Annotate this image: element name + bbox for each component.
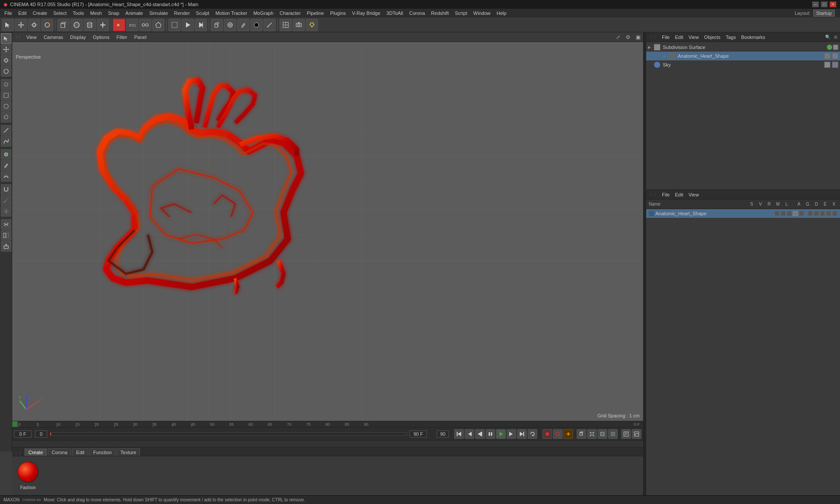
attr-e-icon[interactable] [826, 211, 831, 216]
tab-edit[interactable]: Edit [72, 448, 88, 456]
toolbar-light[interactable] [306, 19, 318, 31]
attr-row-heart[interactable]: Anatomic_Heart_Shape [646, 209, 840, 218]
toolbar-sel-polys[interactable] [152, 19, 164, 31]
menu-3dtoall[interactable]: 3DToAll [384, 10, 406, 17]
toolbar-paint-brush[interactable] [237, 19, 249, 31]
toolbar-cam-settings[interactable] [293, 19, 305, 31]
tool-paint[interactable] [1, 149, 11, 160]
attr-panel-drag[interactable]: ⋮⋮ [649, 192, 657, 197]
toolbar-knife[interactable] [263, 19, 276, 31]
obj-sky-dot[interactable] [824, 62, 830, 68]
menu-script[interactable]: Script [452, 10, 470, 17]
toolbar-view-cube[interactable] [211, 19, 223, 31]
toolbar-sel-edges[interactable] [139, 19, 151, 31]
menu-pipeline[interactable]: Pipeline [304, 10, 326, 17]
objects-panel-objects[interactable]: Objects [702, 34, 722, 40]
objects-panel-drag[interactable]: ⋮⋮ [649, 35, 657, 39]
play-reverse-button[interactable] [475, 429, 485, 439]
menu-edit[interactable]: Edit [16, 10, 29, 17]
material-fashion[interactable]: Fashion [14, 458, 42, 492]
menu-file[interactable]: File [2, 10, 15, 17]
menu-motion-tracker[interactable]: Motion Tracker [213, 10, 250, 17]
obj-mat-dot2[interactable] [832, 53, 838, 59]
toolbar-scale[interactable] [28, 19, 40, 31]
menu-corona[interactable]: Corona [406, 10, 427, 17]
attr-x-icon[interactable] [832, 211, 837, 216]
frame-current-input[interactable] [14, 430, 32, 438]
objects-panel-file[interactable]: File [660, 34, 672, 40]
tool-circle-select[interactable] [1, 101, 11, 112]
menu-help[interactable]: Help [494, 10, 509, 17]
toolbar-move[interactable] [15, 19, 27, 31]
goto-start-button[interactable] [454, 429, 464, 439]
record-button[interactable] [542, 429, 552, 439]
timeline-scrub-track[interactable] [50, 432, 407, 436]
toolbar-texture-paint[interactable] [224, 19, 236, 31]
timeline-view-curves[interactable] [632, 429, 641, 439]
objects-panel-filter-icon[interactable]: ⊞ [834, 35, 837, 39]
menu-plugins[interactable]: Plugins [327, 10, 348, 17]
objects-panel-search-icon[interactable]: 🔍 [825, 35, 830, 39]
toolbar-render-settings[interactable] [195, 19, 207, 31]
viewport-menu-display[interactable]: Display [68, 34, 88, 41]
mode-points[interactable] [587, 429, 597, 439]
objects-panel-view[interactable]: View [687, 34, 701, 40]
close-button[interactable]: ✕ [830, 1, 836, 7]
tool-rect-select[interactable] [1, 90, 11, 101]
menu-tools[interactable]: Tools [70, 10, 87, 17]
menu-mograph[interactable]: MoGraph [251, 10, 276, 17]
toolbar-wireframe[interactable] [280, 19, 292, 31]
tool-magnet[interactable] [1, 184, 11, 195]
menu-simulate[interactable]: Simulate [147, 10, 171, 17]
object-row-sky[interactable]: Sky [646, 60, 840, 69]
menu-character[interactable]: Character [277, 10, 303, 17]
tool-axis[interactable] [1, 195, 11, 206]
frame-end-num-input[interactable] [437, 430, 449, 438]
viewport-menu-view[interactable]: View [24, 34, 38, 41]
menu-mesh[interactable]: Mesh [88, 10, 105, 17]
attr-l-icon[interactable] [799, 211, 804, 216]
viewport-canvas[interactable]: Perspective [12, 42, 643, 421]
tool-spline[interactable] [1, 136, 11, 147]
timeline-view-anim[interactable] [621, 429, 631, 439]
objects-panel-bookmarks[interactable]: Bookmarks [739, 34, 767, 40]
toolbar-sphere[interactable] [70, 19, 83, 31]
obj-dot-vis[interactable] [827, 45, 832, 50]
viewport-panel-icon[interactable]: ▣ [636, 34, 640, 40]
startup-label[interactable]: Startup [813, 10, 835, 17]
obj-mat-dot[interactable] [824, 53, 830, 59]
tab-function[interactable]: Function [89, 448, 116, 456]
tool-live-select[interactable] [1, 79, 11, 90]
obj-sky-dot2[interactable] [832, 62, 838, 68]
mode-object[interactable] [577, 429, 586, 439]
stop-record-button[interactable] [553, 429, 563, 439]
maximize-button[interactable]: □ [821, 1, 828, 7]
toolbar-sel-all[interactable]: ✕ [113, 19, 125, 31]
toolbar-render[interactable] [182, 19, 194, 31]
toolbar-green-sphere[interactable] [250, 19, 262, 31]
attr-d-icon[interactable] [820, 211, 825, 216]
tool-sculpt[interactable] [1, 171, 11, 182]
viewport-expand-icon[interactable]: ⤢ [616, 34, 620, 40]
menu-select[interactable]: Select [51, 10, 70, 17]
goto-end-button[interactable] [517, 429, 527, 439]
attr-s-icon[interactable] [774, 211, 780, 216]
tool-scale[interactable] [1, 55, 11, 66]
menu-create[interactable]: Create [30, 10, 50, 17]
attr-panel-edit[interactable]: Edit [673, 192, 685, 198]
menu-sculpt[interactable]: Sculpt [193, 10, 212, 17]
viewport-menu-panel[interactable]: Panel [133, 34, 148, 41]
toolbar-rotate[interactable] [41, 19, 53, 31]
mat-drag-handle[interactable]: ⋮⋮ [14, 452, 22, 456]
key-button[interactable] [564, 429, 573, 439]
tool-select[interactable] [1, 33, 11, 44]
viewport-settings-icon[interactable]: ⚙ [626, 34, 630, 40]
play-forward-button[interactable] [496, 429, 506, 439]
object-row-heart[interactable]: ⊥ Anatomic_Heart_Shape [646, 52, 840, 60]
loop-button[interactable] [528, 429, 537, 439]
menu-animate[interactable]: Animate [123, 10, 146, 17]
viewport-menu-cameras[interactable]: Cameras [42, 34, 65, 41]
attr-a-icon[interactable] [808, 211, 813, 216]
stop-button[interactable] [486, 429, 495, 439]
minimize-button[interactable]: ─ [812, 1, 819, 7]
